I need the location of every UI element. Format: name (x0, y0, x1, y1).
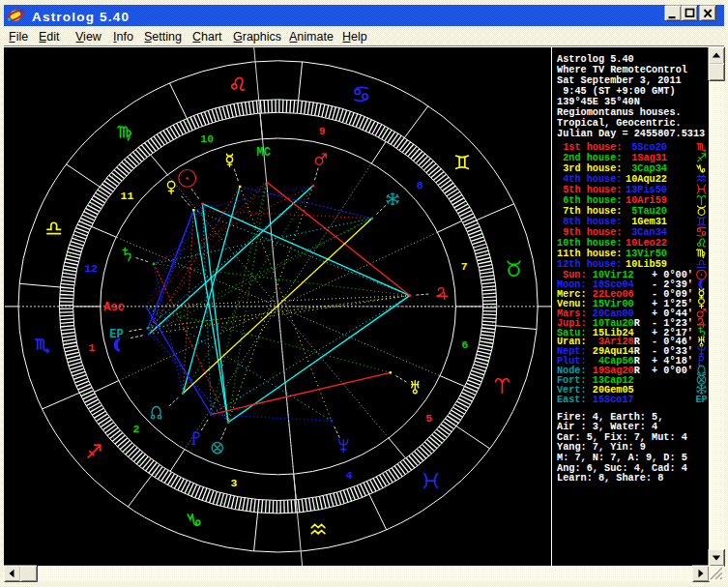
svg-text:15Sco17: 15Sco17 (593, 395, 634, 405)
svg-text:1: 1 (88, 341, 95, 354)
svg-text:9th house:: 9th house: (557, 227, 622, 238)
svg-text:Astrolog 5.40: Astrolog 5.40 (32, 10, 130, 24)
svg-text:5Tau20: 5Tau20 (631, 206, 667, 217)
svg-text:2: 2 (133, 423, 140, 435)
svg-text:R: R (634, 318, 641, 329)
svg-text:Yang: 7, Yin: 9: Yang: 7, Yin: 9 (557, 442, 646, 453)
svg-text:3Can34: 3Can34 (631, 227, 667, 238)
svg-text:4th house:: 4th house: (557, 174, 622, 185)
svg-text:M: 7, N: 7, A: 9, D: 5: M: 7, N: 7, A: 9, D: 5 (557, 453, 687, 463)
svg-text:MC: MC (256, 146, 270, 160)
svg-text:12: 12 (84, 262, 98, 275)
svg-text:Tropical, Geocentric.: Tropical, Geocentric. (557, 118, 682, 129)
svg-text:139°45E 35°40N: 139°45E 35°40N (557, 97, 640, 107)
svg-text:Astrolog 5.40: Astrolog 5.40 (557, 54, 634, 65)
svg-text:10Leo22: 10Leo22 (626, 238, 667, 249)
svg-text:Regiomontanus houses.: Regiomontanus houses. (557, 107, 682, 118)
svg-text:Info: Info (113, 30, 133, 44)
svg-text:Setting: Setting (144, 30, 182, 44)
svg-text:2nd house:: 2nd house: (557, 153, 622, 163)
svg-text:5th house:: 5th house: (557, 185, 622, 195)
svg-text:1st house:: 1st house: (557, 142, 622, 153)
svg-text:9:45 (ST +9:00 GMT): 9:45 (ST +9:00 GMT) (557, 86, 676, 97)
svg-text:5Sco20: 5Sco20 (631, 142, 667, 153)
svg-text:EP: EP (109, 328, 123, 341)
svg-text:3rd house:: 3rd house: (557, 163, 622, 174)
svg-text:13Vir50: 13Vir50 (626, 249, 667, 259)
svg-text:View: View (75, 30, 102, 44)
svg-text:7th house:: 7th house: (557, 206, 622, 217)
svg-text:9: 9 (319, 125, 326, 137)
svg-text:Edit: Edit (39, 30, 60, 44)
svg-text:10th house:: 10th house: (557, 238, 622, 249)
svg-text:Graphics: Graphics (233, 30, 281, 44)
svg-text:4: 4 (346, 469, 353, 482)
svg-text:+ 0°00': + 0°00' (652, 366, 693, 376)
svg-text:8: 8 (417, 179, 423, 191)
svg-text:10Aqu22: 10Aqu22 (626, 174, 667, 185)
svg-text:3Cap34: 3Cap34 (631, 163, 667, 174)
svg-text:East:: East: (557, 395, 587, 405)
svg-text:13Pis50: 13Pis50 (626, 185, 667, 195)
svg-text:11: 11 (121, 190, 134, 202)
svg-text:7: 7 (461, 260, 468, 273)
svg-text:EP: EP (695, 395, 707, 405)
svg-text:Chart: Chart (192, 30, 222, 44)
svg-text:10: 10 (200, 132, 214, 145)
svg-text:File: File (9, 30, 28, 44)
svg-text:10Ari59: 10Ari59 (626, 195, 667, 206)
svg-text:R: R (634, 366, 641, 376)
svg-text:10Lib59: 10Lib59 (626, 259, 667, 270)
svg-text:Fire: 4, Earth: 5,: Fire: 4, Earth: 5, (557, 412, 663, 423)
svg-text:12th house:: 12th house: (557, 259, 622, 270)
svg-text:Air : 3, Water: 4: Air : 3, Water: 4 (557, 422, 657, 432)
svg-text:11th house:: 11th house: (557, 249, 622, 259)
svg-text:Where TV RemoteControl: Where TV RemoteControl (557, 65, 687, 75)
svg-text:Sat September 3, 2011: Sat September 3, 2011 (557, 75, 682, 86)
svg-text:1Gem31: 1Gem31 (631, 217, 667, 227)
svg-text:6th house:: 6th house: (557, 195, 622, 206)
svg-text:Ang: 6, Suc: 4, Cad: 4: Ang: 6, Suc: 4, Cad: 4 (557, 463, 687, 474)
svg-text:1Sag31: 1Sag31 (631, 153, 667, 163)
svg-text:5: 5 (425, 412, 432, 425)
svg-text:Learn: 8, Share: 8: Learn: 8, Share: 8 (557, 473, 663, 484)
svg-text:Help: Help (342, 30, 367, 44)
svg-text:8th house:: 8th house: (557, 217, 622, 227)
svg-text:Asc: Asc (103, 301, 125, 314)
svg-text:6: 6 (462, 338, 469, 351)
svg-text:Car: 5, Fix: 7, Mut: 4: Car: 5, Fix: 7, Mut: 4 (557, 432, 687, 443)
svg-text:3: 3 (230, 477, 237, 489)
svg-text:Julian Day = 2455807.5313: Julian Day = 2455807.5313 (557, 129, 705, 139)
svg-text:Animate: Animate (289, 30, 334, 44)
